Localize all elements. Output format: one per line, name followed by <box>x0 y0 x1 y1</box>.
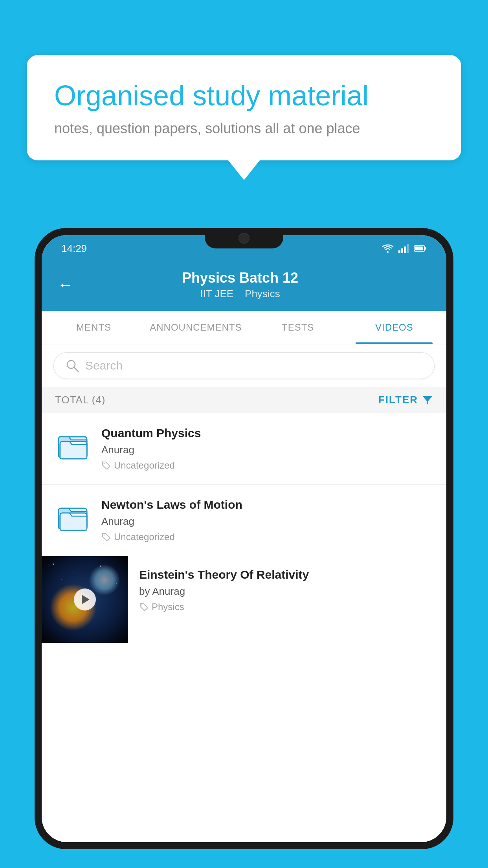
search-input[interactable]: Search <box>85 359 123 372</box>
svg-rect-2 <box>404 246 406 253</box>
video-tag: Uncategorized <box>101 460 433 471</box>
svg-point-20 <box>141 605 143 606</box>
tag-icon <box>101 532 111 542</box>
filter-button[interactable]: FILTER <box>378 394 433 406</box>
search-input-wrapper[interactable]: Search <box>53 352 435 379</box>
phone-outer: 14:29 <box>35 228 453 849</box>
tab-documents[interactable]: MENTS <box>46 311 142 344</box>
tag-icon <box>101 461 111 470</box>
svg-rect-6 <box>425 247 426 250</box>
app-header: ← Physics Batch 12 IIT JEE Physics <box>42 262 446 311</box>
tab-announcements[interactable]: ANNOUNCEMENTS <box>142 311 250 344</box>
video-thumbnail <box>42 556 128 643</box>
video-info: Newton's Laws of Motion Anurag Uncategor… <box>101 498 433 542</box>
search-icon <box>66 359 79 372</box>
wifi-icon <box>382 244 394 253</box>
video-author: Anurag <box>101 444 433 456</box>
svg-rect-3 <box>407 244 409 253</box>
folder-icon <box>57 500 88 532</box>
video-title: Quantum Physics <box>101 427 433 440</box>
video-title: Einstein's Theory Of Relativity <box>139 568 435 581</box>
svg-point-19 <box>116 583 117 584</box>
battery-icon <box>414 245 427 252</box>
header-title-area: Physics Batch 12 IIT JEE Physics <box>85 270 395 300</box>
filter-funnel-icon <box>422 395 433 406</box>
total-count: TOTAL (4) <box>55 394 105 406</box>
tabs-bar: MENTS ANNOUNCEMENTS TESTS VIDEOS <box>42 311 446 344</box>
play-button[interactable] <box>74 588 96 611</box>
svg-point-16 <box>73 572 73 572</box>
speech-bubble-card: Organised study material notes, question… <box>27 55 461 160</box>
svg-point-14 <box>104 535 105 536</box>
tag-icon <box>139 602 149 612</box>
list-item[interactable]: Einstein's Theory Of Relativity by Anura… <box>42 556 446 643</box>
svg-rect-5 <box>415 246 423 250</box>
folder-icon-wrap <box>55 500 90 532</box>
video-title: Newton's Laws of Motion <box>101 498 433 511</box>
list-item[interactable]: Newton's Laws of Motion Anurag Uncategor… <box>42 485 446 556</box>
svg-line-8 <box>74 367 78 371</box>
phone-mockup: 14:29 <box>35 228 453 868</box>
list-item[interactable]: Quantum Physics Anurag Uncategorized <box>42 413 446 485</box>
svg-point-15 <box>53 564 54 565</box>
status-time: 14:29 <box>61 243 87 255</box>
svg-point-17 <box>61 579 62 580</box>
speech-bubble-arrow <box>228 160 260 180</box>
video-info: Einstein's Theory Of Relativity by Anura… <box>128 556 446 624</box>
video-author: Anurag <box>101 515 433 528</box>
svg-rect-1 <box>401 248 403 253</box>
speech-bubble-section: Organised study material notes, question… <box>27 55 461 180</box>
video-tag: Uncategorized <box>101 531 433 542</box>
status-icons <box>382 244 427 253</box>
phone-camera <box>238 233 250 244</box>
video-author: by Anurag <box>139 585 435 598</box>
header-subtitle-iitjee: IIT JEE <box>200 288 233 300</box>
video-info: Quantum Physics Anurag Uncategorized <box>101 427 433 471</box>
header-subtitle-physics: Physics <box>245 288 280 300</box>
phone-screen: 14:29 <box>42 235 446 842</box>
speech-bubble-title: Organised study material <box>54 79 434 112</box>
back-button[interactable]: ← <box>57 276 73 294</box>
play-triangle-icon <box>82 595 90 604</box>
search-container: Search <box>42 344 446 387</box>
video-tag: Physics <box>139 601 435 612</box>
svg-point-18 <box>100 566 101 567</box>
folder-icon-wrap <box>55 429 90 460</box>
svg-point-11 <box>104 463 105 464</box>
folder-icon <box>57 429 88 460</box>
phone-notch <box>205 228 283 248</box>
tab-videos[interactable]: VIDEOS <box>346 311 442 344</box>
filter-row: TOTAL (4) FILTER <box>42 387 446 413</box>
header-title: Physics Batch 12 <box>85 270 395 286</box>
content-area: Quantum Physics Anurag Uncategorized <box>42 413 446 842</box>
signal-icon <box>398 244 409 253</box>
svg-rect-0 <box>398 250 400 253</box>
header-subtitle: IIT JEE Physics <box>85 288 395 300</box>
tab-tests[interactable]: TESTS <box>250 311 346 344</box>
speech-bubble-subtitle: notes, question papers, solutions all at… <box>54 120 434 137</box>
